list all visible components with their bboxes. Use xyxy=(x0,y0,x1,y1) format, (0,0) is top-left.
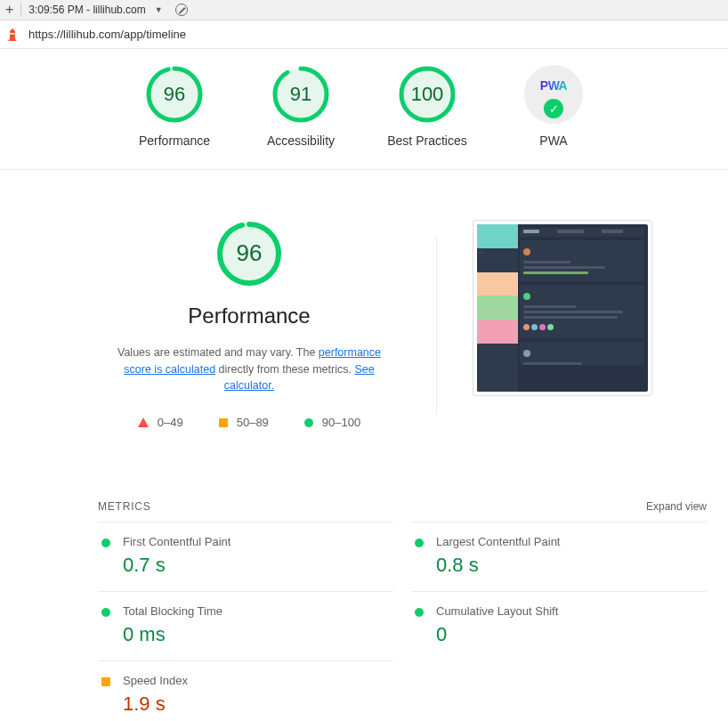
gauge-score: 96 xyxy=(145,65,204,124)
big-gauge-score: 96 xyxy=(215,220,283,288)
gauge-label: Accessibility xyxy=(267,133,335,150)
divider xyxy=(20,3,21,17)
circle-icon xyxy=(304,418,313,427)
metric-name: Speed Index xyxy=(123,674,188,687)
circle-icon xyxy=(415,608,424,617)
metric-value: 0 ms xyxy=(123,623,222,646)
metrics-heading: METRICS xyxy=(98,500,151,513)
metric-speed-index[interactable]: Speed Index 1.9 s xyxy=(98,660,393,721)
clear-icon[interactable] xyxy=(175,4,188,16)
circle-icon xyxy=(415,539,424,547)
legend-range: 90–100 xyxy=(322,416,360,429)
metric-value: 0.7 s xyxy=(123,554,231,577)
circle-icon xyxy=(101,539,110,547)
square-icon xyxy=(219,418,228,427)
metric-value: 1.9 s xyxy=(123,693,188,716)
vertical-divider xyxy=(436,236,437,414)
metric-name: First Contentful Paint xyxy=(123,535,231,548)
category-title: Performance xyxy=(188,304,310,328)
legend-fail: 0–49 xyxy=(138,416,183,429)
gauge-label: PWA xyxy=(539,133,567,150)
legend-average: 50–89 xyxy=(219,416,269,429)
score-description: Values are estimated and may vary. The p… xyxy=(102,344,396,394)
lighthouse-icon xyxy=(5,28,20,42)
metric-fcp[interactable]: First Contentful Paint 0.7 s xyxy=(98,522,393,591)
performance-detail: 96 Performance Values are estimated and … xyxy=(0,170,728,456)
audited-url[interactable]: https://lillihub.com/app/timeline xyxy=(28,28,186,41)
legend-range: 50–89 xyxy=(237,416,269,429)
gauge-label: Best Practices xyxy=(387,133,466,150)
expand-view-toggle[interactable]: Expand view xyxy=(646,500,707,513)
score-legend: 0–49 50–89 90–100 xyxy=(138,416,360,429)
metric-name: Largest Contentful Paint xyxy=(436,535,560,548)
metric-name: Cumulative Layout Shift xyxy=(436,604,558,618)
metric-lcp[interactable]: Largest Contentful Paint 0.8 s xyxy=(411,522,707,591)
desc-text: directly from these metrics. xyxy=(215,363,354,376)
circle-icon xyxy=(101,608,110,617)
pwa-icon: PWA xyxy=(540,78,567,93)
metric-tbt[interactable]: Total Blocking Time 0 ms xyxy=(98,591,393,660)
metric-value: 0 xyxy=(436,623,558,646)
svg-rect-0 xyxy=(10,33,15,35)
url-bar: https://lillihub.com/app/timeline xyxy=(0,20,728,49)
gauge-label: Performance xyxy=(139,133,210,150)
category-summary: 96 Performance 91 Accessibility 100 Best… xyxy=(0,49,728,170)
legend-pass: 90–100 xyxy=(304,416,360,429)
page-screenshot-thumbnail[interactable]: ··· xyxy=(473,220,652,396)
check-icon: ✓ xyxy=(544,99,563,118)
metrics-section: METRICS Expand view First Contentful Pai… xyxy=(0,456,728,721)
new-tab-button[interactable]: + xyxy=(5,2,13,18)
metric-name: Total Blocking Time xyxy=(123,604,222,618)
gauge-best-practices[interactable]: 100 Best Practices xyxy=(384,65,471,150)
metric-cls[interactable]: Cumulative Layout Shift 0 xyxy=(411,591,707,660)
gauge-accessibility[interactable]: 91 Accessibility xyxy=(257,65,344,150)
metric-value: 0.8 s xyxy=(436,554,560,577)
desc-text: Values are estimated and may vary. The xyxy=(117,346,319,359)
legend-range: 0–49 xyxy=(158,416,183,429)
gauge-score: 100 xyxy=(398,65,457,124)
big-gauge: 96 xyxy=(215,220,283,288)
tab-title[interactable]: 3:09:56 PM - lillihub.com xyxy=(28,4,145,16)
square-icon xyxy=(101,677,110,686)
devtools-tab-bar: + 3:09:56 PM - lillihub.com ▼ xyxy=(0,0,728,20)
triangle-icon xyxy=(138,417,149,427)
dropdown-icon[interactable]: ▼ xyxy=(155,5,163,14)
gauge-pwa[interactable]: PWA ✓ PWA xyxy=(510,65,597,150)
gauge-score: 91 xyxy=(271,65,330,124)
pwa-badge: PWA ✓ xyxy=(524,65,583,124)
gauge-performance[interactable]: 96 Performance xyxy=(131,65,218,150)
